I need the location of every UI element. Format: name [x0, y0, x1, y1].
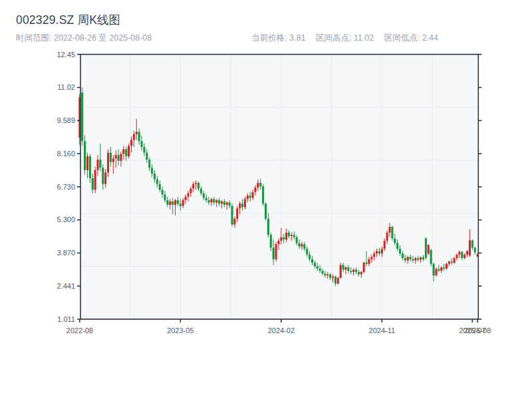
candle-body [239, 203, 241, 208]
candle-body [275, 244, 277, 259]
candle-body [89, 156, 91, 178]
candle-body [94, 170, 96, 190]
candle-body [414, 258, 416, 260]
candle-body [130, 140, 132, 146]
candle-body [81, 92, 83, 141]
candle-body [187, 194, 189, 197]
candle-body [277, 241, 279, 244]
candle-body [422, 257, 424, 259]
candle-body [332, 277, 334, 278]
candle [275, 242, 277, 262]
candle-body [254, 188, 256, 192]
candle-body [417, 258, 419, 259]
candle-body [154, 174, 156, 180]
candle-body [231, 206, 233, 225]
candle-body [223, 201, 225, 205]
candle-body [458, 252, 460, 255]
candle-body [435, 269, 437, 275]
candle-body [296, 237, 298, 243]
candle-body [221, 201, 223, 203]
candle-body [402, 253, 404, 258]
candle-body [456, 255, 458, 258]
candle [430, 249, 432, 266]
candle-body [283, 237, 285, 239]
y-tick-label: 1.011 [57, 315, 75, 323]
candle-body [136, 132, 138, 134]
candle-body [446, 264, 448, 269]
candle-body [205, 198, 207, 200]
candle-body [365, 263, 367, 264]
candle-body [118, 155, 120, 161]
candle-body [262, 186, 264, 203]
x-tick-label: 2024-02 [268, 327, 295, 334]
y-tick-label: 6.730 [57, 183, 75, 191]
candle-body [180, 203, 182, 205]
candle-body [190, 189, 192, 194]
candle-body [185, 197, 187, 200]
candle-body [133, 134, 135, 140]
candle-body [438, 269, 440, 271]
candle-body [102, 168, 104, 184]
candle-body [213, 199, 215, 202]
y-tick-label: 12.45 [57, 51, 75, 59]
candle-body [352, 270, 354, 272]
candle-body [293, 235, 295, 237]
candle-body [259, 183, 261, 186]
x-tick-label: 2025-08 [464, 327, 491, 334]
candle-body [381, 249, 383, 253]
candle-body [244, 199, 246, 207]
candle-body [386, 233, 388, 241]
candle-body [110, 153, 112, 162]
candle-body [347, 267, 349, 271]
candle-body [247, 196, 249, 199]
candle-body [140, 141, 142, 147]
candle-body [420, 257, 422, 259]
candle-body [378, 251, 380, 253]
candle-body [404, 258, 406, 260]
candle-body [425, 239, 427, 258]
candle-body [148, 160, 150, 168]
candle-body [368, 259, 370, 264]
candle-body [464, 255, 466, 258]
candle-body [192, 184, 194, 189]
candle-body [273, 247, 275, 259]
candle-body [92, 178, 94, 190]
candle-body [410, 257, 412, 259]
candle-body [195, 183, 197, 184]
candle-body [376, 251, 378, 253]
candle [363, 261, 365, 273]
candle-body [301, 244, 303, 246]
candle-body [86, 156, 88, 170]
y-tick-label: 5.300 [57, 215, 75, 223]
candle-body [324, 273, 326, 275]
candle-body [267, 219, 269, 235]
candle-body [448, 261, 450, 263]
candle-body [96, 160, 98, 170]
candle-body [285, 233, 287, 239]
candle-body [396, 243, 398, 249]
candle-body [306, 249, 308, 255]
candle-body [172, 201, 174, 205]
kline-chart: 12.4511.029.5898.1606.7305.3003.8702.441… [0, 0, 532, 399]
candle-body [112, 158, 114, 162]
candle-body [265, 203, 267, 219]
candle-body [104, 172, 106, 184]
candle-body [115, 155, 117, 158]
candle-body [391, 227, 393, 238]
candle-body [342, 265, 344, 270]
candle [428, 244, 430, 255]
y-tick-label: 9.589 [57, 116, 75, 124]
candle-body [249, 196, 251, 198]
candle-body [120, 154, 122, 160]
candle-body [174, 200, 176, 205]
candle-body [329, 274, 331, 277]
y-tick-label: 2.441 [57, 282, 75, 290]
candle-body [159, 184, 161, 190]
candle [262, 184, 264, 206]
candle-body [309, 255, 311, 259]
candle-body [360, 272, 362, 274]
candle-body [164, 194, 166, 200]
candle-body [99, 160, 101, 168]
plot-area [80, 55, 478, 319]
candle-body [474, 247, 476, 252]
